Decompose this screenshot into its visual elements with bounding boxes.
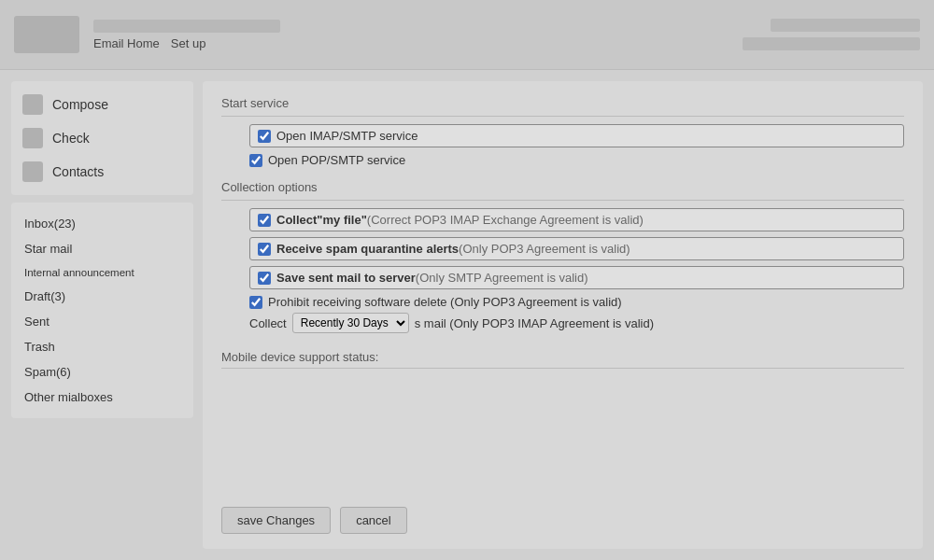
check-icon <box>22 128 43 148</box>
imap-smtp-label: Open IMAP/SMTP service <box>276 129 417 143</box>
receive-spam-label: Receive spam quarantine alerts(Only POP3… <box>276 242 630 256</box>
sidebar-item-starmail[interactable]: Star mail <box>22 237 182 260</box>
collect-suffix: s mail (Only POP3 IMAP Agreement is vali… <box>415 316 654 330</box>
start-service-section: Start service Open IMAP/SMTP service Ope… <box>221 96 904 167</box>
sidebar-item-other[interactable]: Other mialboxes <box>22 385 182 409</box>
sidebar: Compose Check Contacts Inbox(23) Star ma… <box>11 81 193 549</box>
prohibit-checkbox[interactable] <box>249 296 262 309</box>
content-area: Start service Open IMAP/SMTP service Ope… <box>203 81 923 549</box>
sidebar-item-spam[interactable]: Spam(6) <box>22 360 182 384</box>
pop-smtp-checkbox[interactable] <box>249 154 262 167</box>
collect-prefix: Collect <box>249 316 287 330</box>
sidebar-item-inbox[interactable]: Inbox(23) <box>22 212 182 235</box>
bottom-buttons: save Changes cancel <box>221 499 904 534</box>
receive-spam-checkbox[interactable] <box>258 243 271 256</box>
divider-3 <box>221 368 904 369</box>
top-links: Email Home Set up <box>93 36 280 50</box>
top-right <box>743 19 920 50</box>
pop-smtp-label: Open POP/SMTP service <box>268 153 405 167</box>
top-bar: Email Home Set up <box>0 0 934 70</box>
collect-period-select[interactable]: Recently 30 Days <box>292 313 409 333</box>
top-right-bar1 <box>771 19 920 32</box>
email-home-link[interactable]: Email Home <box>93 36 160 50</box>
contacts-button[interactable]: Contacts <box>22 158 182 186</box>
sidebar-item-draft[interactable]: Draft(3) <box>22 285 182 308</box>
prohibit-label: Prohibit receiving software delete (Only… <box>268 295 622 309</box>
collection-options-title: Collection options <box>221 180 904 194</box>
compose-button[interactable]: Compose <box>22 91 182 119</box>
mobile-label: Mobile device support status: <box>221 346 904 364</box>
save-sent-label: Save sent mail to server(Only SMTP Agree… <box>276 271 588 285</box>
mobile-device-section: Mobile device support status: <box>221 346 904 376</box>
collect-period-row: Collect Recently 30 Days s mail (Only PO… <box>221 313 904 333</box>
save-button[interactable]: save Changes <box>221 507 331 534</box>
collection-options-section: Collection options Collect"my file"(Corr… <box>221 180 904 333</box>
collection-options-group: Collect"my file"(Correct POP3 IMAP Excha… <box>221 208 904 309</box>
cancel-button[interactable]: cancel <box>340 507 407 534</box>
top-nav-bar <box>93 20 280 33</box>
sidebar-actions: Compose Check Contacts <box>11 81 193 195</box>
collect-myfile-label: Collect"my file"(Correct POP3 IMAP Excha… <box>276 213 644 227</box>
collect-myfile-row: Collect"my file"(Correct POP3 IMAP Excha… <box>249 208 904 231</box>
setup-link[interactable]: Set up <box>171 36 206 50</box>
save-sent-row: Save sent mail to server(Only SMTP Agree… <box>249 266 904 289</box>
sidebar-item-trash[interactable]: Trash <box>22 335 182 358</box>
divider-1 <box>221 116 904 117</box>
receive-spam-row: Receive spam quarantine alerts(Only POP3… <box>249 237 904 260</box>
main-layout: Compose Check Contacts Inbox(23) Star ma… <box>0 70 934 560</box>
top-right-bar2 <box>743 37 920 50</box>
divider-2 <box>221 200 904 201</box>
start-service-options: Open IMAP/SMTP service Open POP/SMTP ser… <box>221 124 904 167</box>
logo <box>14 16 79 53</box>
sidebar-mailboxes: Inbox(23) Star mail Internal announcemen… <box>11 203 193 418</box>
check-button[interactable]: Check <box>22 124 182 152</box>
start-service-title: Start service <box>221 96 904 110</box>
sidebar-item-sent[interactable]: Sent <box>22 310 182 333</box>
imap-smtp-checkbox[interactable] <box>258 130 271 143</box>
compose-icon <box>22 94 43 115</box>
top-nav: Email Home Set up <box>93 20 280 50</box>
contacts-icon <box>22 161 43 182</box>
sidebar-item-announcement[interactable]: Internal announcement <box>22 262 182 283</box>
imap-smtp-row: Open IMAP/SMTP service <box>249 124 904 147</box>
save-sent-checkbox[interactable] <box>258 272 271 285</box>
prohibit-row: Prohibit receiving software delete (Only… <box>249 295 904 309</box>
collect-myfile-checkbox[interactable] <box>258 214 271 227</box>
pop-smtp-row: Open POP/SMTP service <box>249 153 904 167</box>
